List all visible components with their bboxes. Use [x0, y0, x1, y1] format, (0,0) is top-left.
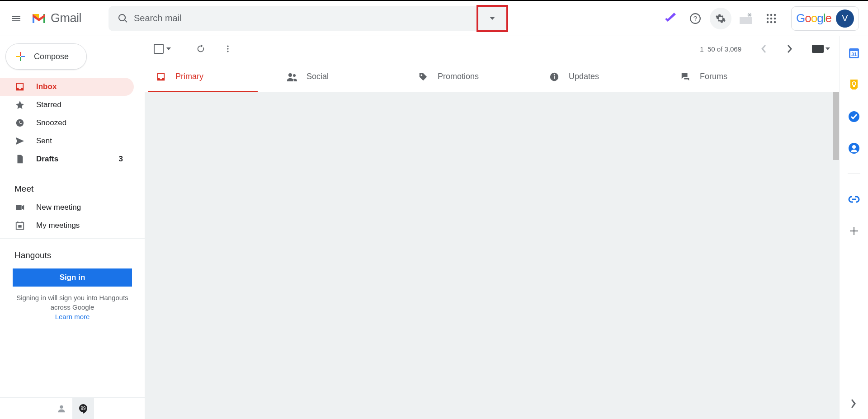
meet-section-title: Meet: [0, 176, 145, 198]
google-wordmark: Google: [796, 11, 831, 25]
sidebar-item-label: Starred: [36, 100, 61, 109]
keyboard-icon: [812, 45, 824, 53]
hangouts-icon: 99: [78, 403, 89, 414]
svg-point-30: [554, 74, 555, 75]
people-icon: [287, 71, 297, 82]
link-icon: [848, 195, 860, 203]
svg-point-38: [852, 145, 856, 149]
side-panel: 31: [839, 36, 868, 419]
topbar: Gmail ? Google V: [0, 0, 868, 36]
caret-down-icon: [490, 17, 495, 20]
footer-contacts-button[interactable]: [51, 398, 72, 419]
svg-point-11: [774, 21, 776, 23]
input-tools-button[interactable]: [812, 45, 830, 53]
svg-point-22: [227, 48, 228, 49]
sidebar-item-label: My meetings: [36, 221, 80, 230]
caret-down-icon: [166, 47, 171, 50]
svg-rect-29: [554, 76, 555, 79]
hangouts-note-text: Signing in will sign you into Hangouts a…: [16, 294, 128, 311]
search-input[interactable]: [134, 13, 503, 24]
file-icon: [14, 154, 25, 165]
newer-button[interactable]: [752, 38, 774, 60]
offline-indicator[interactable]: [735, 8, 757, 29]
more-button[interactable]: [217, 38, 239, 60]
footer-hangouts-button[interactable]: 99: [72, 398, 94, 419]
mail-list-area: [145, 92, 839, 419]
svg-point-10: [770, 21, 773, 23]
google-apps-button[interactable]: [760, 8, 782, 29]
get-addons-button[interactable]: [848, 225, 860, 237]
calendar-icon: [14, 220, 25, 231]
apps-grid-icon: [766, 14, 776, 24]
tasks-addon[interactable]: [848, 110, 860, 123]
sidebar-item-sent[interactable]: Sent: [0, 132, 134, 150]
account-avatar[interactable]: V: [836, 9, 854, 28]
tab-primary[interactable]: Primary: [145, 61, 276, 92]
contacts-addon[interactable]: [848, 142, 860, 155]
tab-social[interactable]: Social: [276, 61, 407, 92]
gear-icon: [715, 13, 726, 24]
sidebar-item-new-meeting[interactable]: New meeting: [0, 198, 134, 217]
hide-side-panel-button[interactable]: [848, 397, 860, 410]
mail-toolbar: 1–50 of 3,069: [145, 36, 839, 61]
gmail-logo[interactable]: Gmail: [31, 11, 81, 25]
scrollbar-thumb[interactable]: [833, 92, 839, 160]
page-count[interactable]: 1–50 of 3,069: [700, 45, 741, 53]
plus-icon: [849, 226, 859, 236]
plus-icon: [14, 50, 27, 63]
video-icon: [14, 202, 25, 213]
inbox-icon: [156, 71, 166, 82]
hangouts-section-title: Hangouts: [0, 242, 145, 265]
hangouts-learn-more-link[interactable]: Learn more: [55, 313, 90, 320]
sidebar: Compose Inbox Starred Snoozed Sent Draft…: [0, 36, 145, 419]
search-bar: [108, 6, 506, 31]
svg-point-27: [421, 74, 423, 76]
svg-point-23: [227, 51, 228, 52]
tasks-icon: [848, 111, 860, 122]
support-button[interactable]: ?: [684, 8, 706, 29]
calendar-addon[interactable]: 31: [848, 47, 860, 60]
checkmark-icon: [663, 12, 677, 25]
tab-forums[interactable]: Forums: [669, 61, 800, 92]
inbox-icon: [14, 81, 25, 92]
svg-point-19: [60, 405, 63, 408]
main-menu-button[interactable]: [5, 8, 27, 29]
sidebar-item-snoozed[interactable]: Snoozed: [0, 114, 134, 132]
sidebar-item-inbox[interactable]: Inbox: [0, 78, 134, 96]
compose-button[interactable]: Compose: [5, 43, 87, 70]
contacts-icon: [848, 142, 860, 154]
select-all-checkbox[interactable]: [154, 44, 171, 54]
older-button[interactable]: [779, 38, 801, 60]
search-options-button[interactable]: [476, 5, 508, 32]
svg-text:?: ?: [693, 14, 697, 22]
chevron-left-icon: [760, 45, 766, 53]
svg-rect-35: [853, 85, 855, 87]
tab-label: Primary: [175, 72, 203, 81]
account-box[interactable]: Google V: [791, 6, 859, 31]
keep-icon: [849, 79, 859, 91]
sidebar-item-my-meetings[interactable]: My meetings: [0, 217, 134, 235]
link-addon[interactable]: [848, 193, 860, 206]
search-button[interactable]: [112, 8, 134, 29]
envelope-offline-icon: [739, 12, 753, 25]
tasks-extension-button[interactable]: [659, 8, 681, 29]
chevron-right-icon: [851, 399, 857, 408]
divider: [0, 238, 145, 239]
category-tabs: Primary Social Promotions Updates Forums: [145, 61, 839, 92]
keep-addon[interactable]: [848, 79, 860, 91]
caret-down-icon: [826, 47, 830, 50]
svg-point-25: [288, 73, 292, 77]
hangouts-signin-button[interactable]: Sign in: [13, 268, 132, 287]
sidebar-item-starred[interactable]: Starred: [0, 96, 134, 114]
settings-button[interactable]: [710, 8, 731, 29]
svg-point-9: [767, 21, 769, 23]
tab-updates[interactable]: Updates: [538, 61, 669, 92]
svg-rect-24: [812, 45, 824, 53]
svg-point-4: [770, 14, 773, 16]
svg-text:31: 31: [851, 52, 856, 57]
sidebar-item-label: Inbox: [36, 82, 57, 91]
refresh-button[interactable]: [190, 38, 212, 60]
tab-promotions[interactable]: Promotions: [407, 61, 538, 92]
sidebar-item-drafts[interactable]: Drafts 3: [0, 150, 134, 168]
svg-point-6: [767, 17, 769, 19]
